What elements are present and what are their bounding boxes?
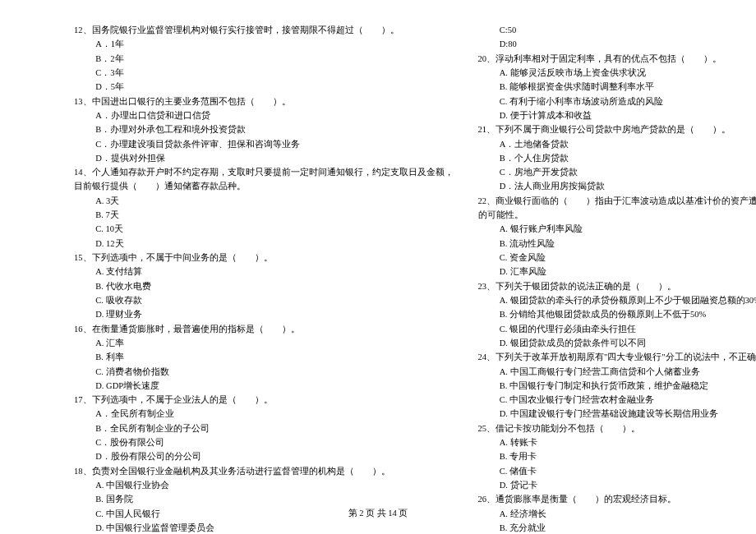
- q22-opt-d: D. 汇率风险: [478, 265, 757, 279]
- question-23: 23、下列关于银团贷款的说法正确的是（ ）。: [478, 279, 757, 293]
- q15-opt-a: A. 支付结算: [74, 265, 454, 279]
- q25-opt-d: D. 贷记卡: [478, 478, 757, 492]
- question-20: 20、浮动利率相对于固定利率，具有的优点不包括（ ）。: [478, 52, 757, 66]
- q15-opt-c: C. 吸收存款: [74, 293, 454, 307]
- q16-opt-a: A. 汇率: [74, 336, 454, 350]
- q25-opt-c: C. 储值卡: [478, 464, 757, 478]
- q12-opt-b: B．2年: [74, 52, 454, 66]
- page-footer: 第 2 页 共 14 页: [0, 508, 756, 519]
- q26-opt-b: B. 充分就业: [478, 521, 757, 534]
- q21-opt-c: C．房地产开发贷款: [478, 165, 757, 179]
- q13-opt-a: A．办理出口信贷和进口信贷: [74, 108, 454, 122]
- q20-opt-d: D. 便于计算成本和收益: [478, 108, 757, 122]
- q17-opt-b: B．全民所有制企业的子公司: [74, 421, 454, 435]
- q22-opt-c: C. 资金风险: [478, 251, 757, 265]
- q25-opt-a: A. 转账卡: [478, 435, 757, 449]
- question-14-line1: 14、个人通知存款开户时不约定存期，支取时只要提前一定时间通知银行，约定支取日及…: [74, 165, 454, 179]
- q13-opt-d: D．提供对外担保: [74, 151, 454, 165]
- question-16: 16、在衡量通货膨胀时，最普遍使用的指标是（ ）。: [74, 322, 454, 336]
- question-14-line2: 目前银行提供（ ）通知储蓄存款品种。: [74, 179, 454, 193]
- q24-opt-c: C. 中国农业银行专门经营农村金融业务: [478, 393, 757, 407]
- q19-opt-d: D:80: [478, 37, 757, 51]
- q18-opt-d: D. 中国银行业监督管理委员会: [74, 521, 454, 534]
- left-column: 12、国务院银行业监督管理机构对银行实行接管时，接管期限不得超过（ ）。 A．1…: [74, 23, 454, 534]
- q24-opt-a: A. 中国工商银行专门经营工商信贷和个人储蓄业务: [478, 365, 757, 379]
- q18-opt-b: B. 国务院: [74, 492, 454, 506]
- q17-opt-d: D．股份有限公司的分公司: [74, 449, 454, 463]
- q21-opt-b: B．个人住房贷款: [478, 151, 757, 165]
- question-13: 13、中国进出口银行的主要业务范围不包括（ ）。: [74, 94, 454, 108]
- q24-opt-b: B. 中国银行专门制定和执行货币政策，维护金融稳定: [478, 379, 757, 393]
- q14-opt-a: A. 3天: [74, 194, 454, 208]
- q23-opt-a: A. 银团贷款的牵头行的承贷份额原则上不少于银团融资总额的30%: [478, 293, 757, 307]
- q16-opt-c: C. 消费者物价指数: [74, 365, 454, 379]
- q19-opt-c: C:50: [478, 23, 757, 37]
- question-15: 15、下列选项中，不属于中间业务的是（ ）。: [74, 251, 454, 265]
- q21-opt-d: D．法人商业用房按揭贷款: [478, 179, 757, 193]
- question-12: 12、国务院银行业监督管理机构对银行实行接管时，接管期限不得超过（ ）。: [74, 23, 454, 37]
- q13-opt-b: B．办理对外承包工程和境外投资贷款: [74, 122, 454, 136]
- q16-opt-d: D. GDP增长速度: [74, 379, 454, 393]
- q18-opt-a: A. 中国银行业协会: [74, 478, 454, 492]
- right-column: C:50 D:80 20、浮动利率相对于固定利率，具有的优点不包括（ ）。 A.…: [478, 23, 757, 534]
- q12-opt-a: A．1年: [74, 37, 454, 51]
- q14-opt-d: D. 12天: [74, 237, 454, 251]
- exam-page: 12、国务院银行业监督管理机构对银行实行接管时，接管期限不得超过（ ）。 A．1…: [0, 0, 756, 534]
- q21-opt-a: A．土地储备贷款: [478, 137, 757, 151]
- q20-opt-c: C. 有利于缩小利率市场波动所造成的风险: [478, 94, 757, 108]
- q23-opt-d: D. 银团贷款成员的贷款条件可以不同: [478, 336, 757, 350]
- q14-opt-b: B. 7天: [74, 208, 454, 222]
- q15-opt-b: B. 代收水电费: [74, 279, 454, 293]
- question-24: 24、下列关于改革开放初期原有"四大专业银行"分工的说法中，不正确的是（ ）。: [478, 350, 757, 364]
- q17-opt-c: C．股份有限公司: [74, 435, 454, 449]
- q24-opt-d: D. 中国建设银行专门经营基础设施建设等长期信用业务: [478, 407, 757, 421]
- q22-opt-b: B. 流动性风险: [478, 237, 757, 251]
- q12-opt-c: C．3年: [74, 66, 454, 80]
- q25-opt-b: B. 专用卡: [478, 449, 757, 463]
- question-22-line2: 的可能性。: [478, 208, 757, 222]
- question-21: 21、下列不属于商业银行公司贷款中房地产贷款的是（ ）。: [478, 122, 757, 136]
- q22-opt-a: A. 银行账户利率风险: [478, 222, 757, 236]
- q14-opt-c: C. 10天: [74, 222, 454, 236]
- q12-opt-d: D．5年: [74, 80, 454, 94]
- q20-opt-a: A. 能够灵活反映市场上资金供求状况: [478, 66, 757, 80]
- q15-opt-d: D. 理财业务: [74, 307, 454, 321]
- question-22-line1: 22、商业银行面临的（ ）指由于汇率波动造成以基准计价的资产遭受价值损失和财务损…: [478, 194, 757, 208]
- q23-opt-c: C. 银团的代理行必须由牵头行担任: [478, 322, 757, 336]
- question-25: 25、借记卡按功能划分不包括（ ）。: [478, 421, 757, 435]
- q23-opt-b: B. 分销给其他银团贷款成员的份额原则上不低于50%: [478, 307, 757, 321]
- q17-opt-a: A．全民所有制企业: [74, 407, 454, 421]
- q20-opt-b: B. 能够根据资金供求随时调整利率水平: [478, 80, 757, 94]
- question-26: 26、通货膨胀率是衡量（ ）的宏观经济目标。: [478, 492, 757, 506]
- q16-opt-b: B. 利率: [74, 350, 454, 364]
- question-17: 17、下列选项中，不属于企业法人的是（ ）。: [74, 393, 454, 407]
- q13-opt-c: C．办理建设项目贷款条件评审、担保和咨询等业务: [74, 137, 454, 151]
- question-18: 18、负责对全国银行业金融机构及其业务活动进行监督管理的机构是（ ）。: [74, 464, 454, 478]
